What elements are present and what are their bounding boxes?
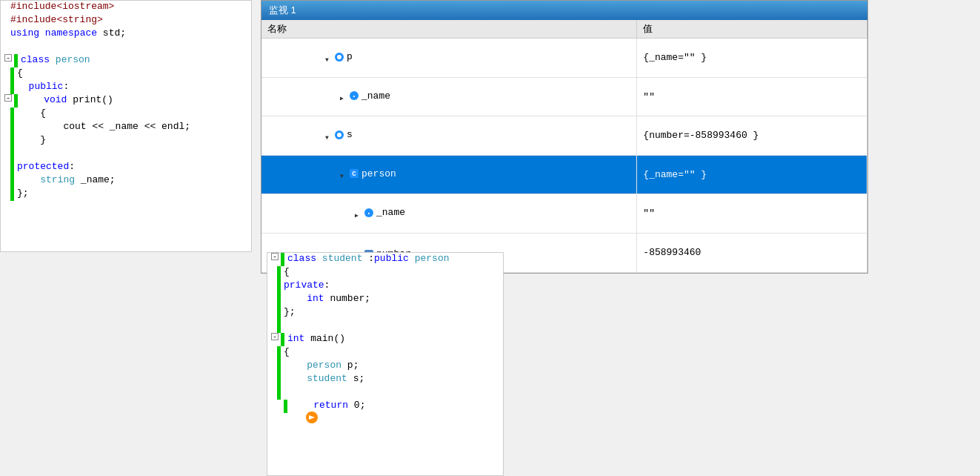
code-line-15: };	[1, 188, 251, 201]
object-icon-s	[334, 130, 344, 140]
bottom-line-3: private:	[267, 280, 503, 293]
bottom-code-editor[interactable]: - class student :public person { private…	[267, 252, 504, 476]
expand-s-person[interactable]	[340, 170, 347, 177]
code-line-1: #include<iostream>	[1, 1, 251, 14]
watch-table[interactable]: 名称 值 p {_name="" }	[261, 20, 867, 273]
svg-text:•: •	[353, 93, 356, 99]
code-line-11: }	[1, 134, 251, 148]
watch-row-s-person[interactable]: C person {_name="" }	[261, 155, 867, 194]
svg-text:C: C	[352, 171, 356, 178]
collapse-icon[interactable]: -	[4, 54, 14, 62]
watch-row-p-name[interactable]: • _name ""	[261, 77, 867, 116]
expand-s-person-name[interactable]	[355, 209, 362, 216]
bottom-line-8: {	[267, 346, 503, 360]
watch-row-p[interactable]: p {_name="" }	[261, 39, 867, 78]
bottom-line-10: student s;	[267, 373, 503, 386]
class-icon-person: C	[349, 168, 359, 179]
code-line-8: - void print()	[1, 94, 251, 108]
col-header-name: 名称	[261, 20, 637, 39]
watch-row-s-person-name[interactable]: • _name ""	[261, 194, 867, 234]
top-code-editor[interactable]: #include<iostream> #include<string> usin…	[0, 0, 252, 252]
bottom-line-7: - int main()	[267, 333, 503, 346]
code-line-2: #include<string>	[1, 14, 251, 27]
arrow-indicator-icon	[305, 411, 319, 424]
svg-text:•: •	[367, 210, 371, 216]
code-line-14: string _name;	[1, 174, 251, 188]
bottom-line-11	[267, 386, 503, 400]
bottom-line-9: person p;	[267, 360, 503, 373]
watch-table-header: 名称 值	[261, 20, 867, 39]
code-line-4	[1, 41, 251, 54]
pointer-icon-s-name: •	[364, 208, 374, 218]
watch-panel-title: 监视 1	[261, 1, 867, 20]
pointer-icon-p-name: •	[349, 90, 359, 101]
expand-s[interactable]	[325, 131, 333, 139]
bottom-line-5: };	[267, 306, 503, 320]
bottom-line-2: {	[267, 266, 503, 280]
code-line-12	[1, 148, 251, 161]
code-line-10: cout << _name << endl;	[1, 121, 251, 134]
code-line-13: protected:	[1, 161, 251, 174]
object-icon-p	[334, 52, 344, 62]
col-header-value: 值	[637, 20, 867, 39]
expand-p-name[interactable]	[340, 92, 347, 99]
svg-point-5	[337, 133, 341, 137]
watch-panel: 监视 1 名称 值 p	[261, 0, 868, 274]
expand-p[interactable]	[325, 53, 333, 61]
bottom-line-12: return 0;	[267, 400, 503, 413]
code-line-9: {	[1, 108, 251, 121]
collapse-icon-2[interactable]: -	[4, 94, 14, 102]
bottom-line-6	[267, 320, 503, 333]
bottom-line-4: int number;	[267, 293, 503, 306]
svg-point-1	[337, 55, 341, 59]
code-line-7: public:	[1, 81, 251, 94]
code-line-3: using namespace std;	[1, 27, 251, 41]
code-line-6: {	[1, 67, 251, 81]
watch-row-s[interactable]: s {number=-858993460 }	[261, 116, 867, 156]
code-line-5: - class person	[1, 54, 251, 67]
bottom-line-1: - class student :public person	[267, 253, 503, 266]
